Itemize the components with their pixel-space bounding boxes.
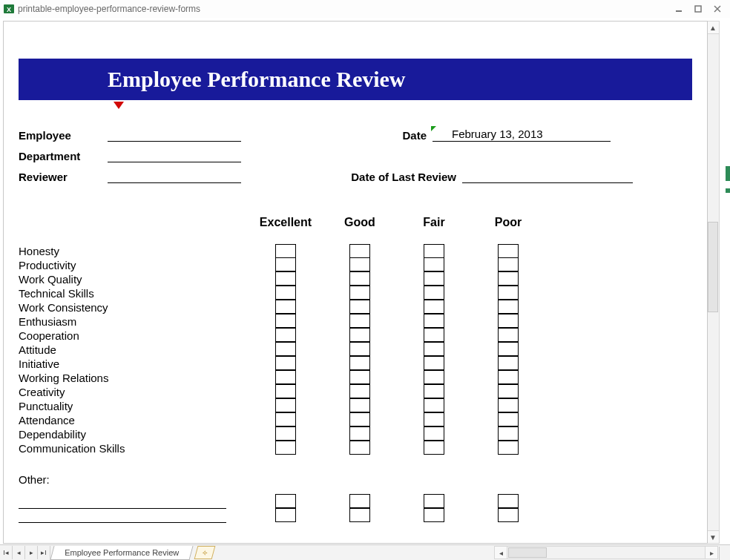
rating-cell[interactable] (498, 412, 519, 426)
rating-cell[interactable] (498, 244, 519, 258)
rating-cell[interactable] (349, 441, 370, 455)
rating-cell[interactable] (349, 412, 370, 426)
rating-cell[interactable] (424, 412, 444, 426)
rating-cell[interactable] (275, 300, 296, 314)
rating-cell[interactable] (275, 342, 296, 356)
rating-cell[interactable] (275, 370, 296, 384)
rating-cell[interactable] (424, 370, 444, 384)
rating-cell[interactable] (424, 257, 444, 271)
employee-field[interactable] (108, 128, 241, 142)
last-sheet-button[interactable]: ▸I (38, 546, 50, 559)
rating-cell[interactable] (275, 384, 296, 398)
rating-cell[interactable] (275, 441, 296, 455)
rating-row: Working Relations (19, 371, 692, 385)
rating-cell[interactable] (349, 257, 370, 271)
first-sheet-button[interactable]: I◂ (0, 546, 13, 559)
rating-cell[interactable] (349, 508, 370, 522)
rating-cell[interactable] (498, 328, 519, 342)
rating-cell[interactable] (349, 426, 370, 441)
criterion-label: Productivity (19, 258, 249, 272)
rating-cell[interactable] (349, 300, 370, 314)
rating-cell[interactable] (349, 244, 370, 258)
close-button[interactable] (709, 3, 726, 15)
rating-cell[interactable] (275, 314, 296, 328)
scroll-left-arrow[interactable]: ◂ (495, 547, 507, 559)
rating-cell[interactable] (498, 356, 519, 370)
other-field-2[interactable] (19, 509, 226, 523)
rating-cell[interactable] (349, 356, 370, 370)
rating-cell[interactable] (349, 286, 370, 300)
rating-cell[interactable] (424, 286, 444, 300)
rating-cell[interactable] (424, 441, 444, 455)
reviewer-field[interactable] (108, 169, 241, 183)
department-field[interactable] (108, 148, 241, 162)
rating-cell[interactable] (424, 494, 444, 508)
scroll-up-arrow[interactable]: ▲ (707, 22, 719, 34)
vertical-scrollbar[interactable]: ▲ ▼ (706, 21, 720, 544)
rating-cell[interactable] (424, 356, 444, 370)
prev-sheet-button[interactable]: ◂ (13, 546, 25, 559)
rating-cell[interactable] (424, 342, 444, 356)
minimize-button[interactable] (671, 3, 687, 15)
rating-cell[interactable] (349, 328, 370, 342)
rating-row: Initiative (19, 357, 692, 371)
rating-cell[interactable] (498, 441, 519, 455)
rating-cell[interactable] (349, 271, 370, 286)
rating-cell[interactable] (424, 271, 444, 286)
rating-cell[interactable] (498, 300, 519, 314)
rating-cell[interactable] (275, 356, 296, 370)
rating-cell[interactable] (275, 426, 296, 441)
maximize-button[interactable] (690, 3, 706, 15)
rating-cell[interactable] (498, 384, 519, 398)
next-sheet-button[interactable]: ▸ (25, 546, 38, 559)
rating-cell[interactable] (498, 398, 519, 412)
rating-cell[interactable] (424, 384, 444, 398)
rating-cell[interactable] (498, 271, 519, 286)
rating-cell[interactable] (349, 494, 370, 508)
window-resize-handle[interactable] (719, 547, 730, 560)
rating-cell[interactable] (498, 494, 519, 508)
rating-cell[interactable] (424, 508, 444, 522)
vertical-scroll-thumb[interactable] (708, 222, 718, 312)
rating-cell[interactable] (498, 426, 519, 441)
rating-cell[interactable] (275, 286, 296, 300)
rating-cell[interactable] (498, 508, 519, 522)
rating-cell[interactable] (424, 328, 444, 342)
rating-cell[interactable] (275, 508, 296, 522)
form-title-banner: Employee Performance Review (19, 59, 692, 100)
rating-cell[interactable] (349, 370, 370, 384)
rating-cell[interactable] (424, 314, 444, 328)
rating-cell[interactable] (498, 286, 519, 300)
date-field[interactable]: February 13, 2013 (433, 128, 611, 142)
rating-cell[interactable] (424, 426, 444, 441)
rating-cell[interactable] (349, 384, 370, 398)
rating-cell[interactable] (275, 328, 296, 342)
new-sheet-button[interactable]: ✧ (194, 546, 216, 559)
last-review-field[interactable] (462, 169, 633, 183)
rating-cell[interactable] (349, 398, 370, 412)
horizontal-scrollbar[interactable]: ◂ ▸ (494, 546, 718, 559)
other-field-1[interactable] (19, 495, 226, 509)
worksheet-page[interactable]: Employee Performance Review Employee Dat… (3, 21, 708, 544)
rating-cell[interactable] (349, 314, 370, 328)
rating-cell[interactable] (498, 370, 519, 384)
rating-row: Communication Skills (19, 441, 692, 455)
rating-cell[interactable] (498, 314, 519, 328)
rating-cell[interactable] (349, 342, 370, 356)
scroll-down-arrow[interactable]: ▼ (707, 530, 719, 543)
rating-cell[interactable] (275, 494, 296, 508)
column-header: Fair (397, 216, 471, 229)
rating-cell[interactable] (498, 342, 519, 356)
rating-cell[interactable] (424, 300, 444, 314)
sheet-tab-active[interactable]: Employee Performance Review (50, 546, 193, 560)
rating-cell[interactable] (275, 271, 296, 286)
rating-cell[interactable] (424, 398, 444, 412)
rating-cell[interactable] (275, 257, 296, 271)
rating-cell[interactable] (498, 257, 519, 271)
rating-cell[interactable] (424, 244, 444, 258)
rating-cell[interactable] (275, 412, 296, 426)
scroll-right-arrow[interactable]: ▸ (705, 547, 717, 559)
horizontal-scroll-thumb[interactable] (508, 547, 547, 558)
rating-cell[interactable] (275, 398, 296, 412)
rating-cell[interactable] (275, 244, 296, 258)
